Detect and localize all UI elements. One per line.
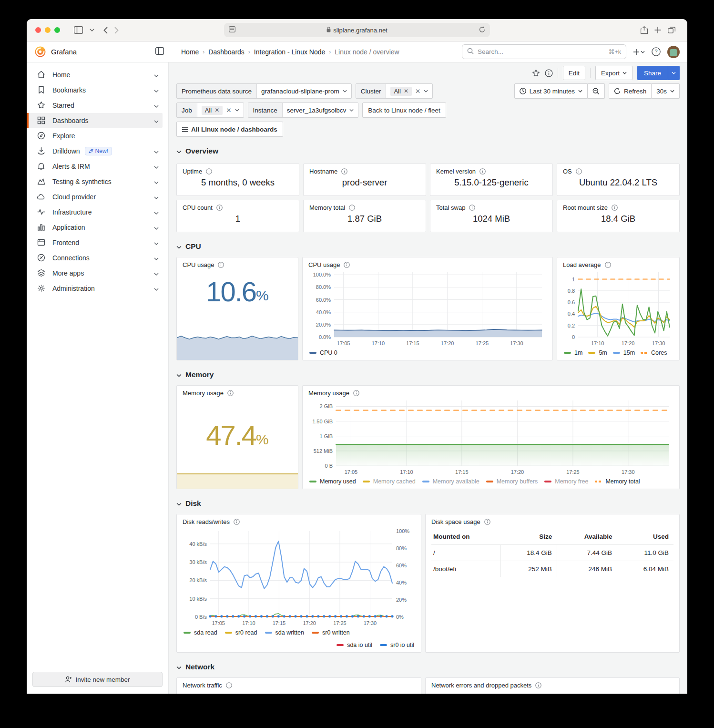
back-to-fleet-button[interactable]: Back to Linux node / fleet [362, 103, 446, 118]
breadcrumb-dashboards[interactable]: Dashboards [208, 48, 245, 56]
legend-cpu0[interactable]: CPU 0 [309, 349, 337, 356]
stat-cpu-count[interactable]: CPU count1 [176, 200, 299, 232]
legend-memory-used[interactable]: Memory used [309, 478, 356, 485]
col-size[interactable]: Size [500, 530, 557, 545]
remove-icon[interactable]: ✕ [404, 88, 408, 94]
chevron-down-icon[interactable] [154, 163, 159, 170]
info-icon[interactable] [605, 262, 611, 268]
grafana-brand[interactable]: Grafana [34, 46, 155, 58]
disk-reads-writes-panel[interactable]: Disk reads/writes 0 B/s10 kB/s20 kB/s30 … [176, 514, 421, 653]
new-tab-icon[interactable] [654, 27, 661, 33]
info-icon[interactable] [341, 168, 347, 174]
user-avatar[interactable] [667, 46, 680, 58]
share-button[interactable]: Share [637, 66, 668, 80]
cluster-filter[interactable]: Cluster All✕✕ [356, 83, 433, 99]
info-icon[interactable] [484, 519, 490, 525]
info-icon[interactable] [218, 262, 224, 268]
sidebar-item-testing-synthetics[interactable]: Testing & synthetics [32, 174, 163, 189]
back-button[interactable] [103, 27, 108, 34]
memory-usage-timeseries-panel[interactable]: Memory usage 0 B512 MiB1 GiB1.50 GiB2 Gi… [302, 385, 680, 489]
stat-kernel[interactable]: Kernel version5.15.0-125-generic [430, 164, 553, 196]
instance-filter[interactable]: Instance server_1a3ufgsoibcv [248, 103, 359, 118]
clear-icon[interactable]: ✕ [415, 87, 420, 95]
sidebar-item-bookmarks[interactable]: Bookmarks [32, 82, 163, 97]
cluster-chip[interactable]: All✕ [390, 87, 412, 96]
stat-os[interactable]: OSUbuntu 22.04.2 LTS [557, 164, 680, 196]
all-dashboards-button[interactable]: All Linux node / dashboards [176, 122, 283, 137]
job-filter[interactable]: Job All✕✕ [176, 103, 244, 118]
disk-reads-writes-chart[interactable]: 0 B/s10 kB/s20 kB/s30 kB/s40 kB/s17:0517… [183, 525, 415, 627]
share-icon[interactable] [641, 26, 648, 34]
reader-icon[interactable] [229, 26, 235, 34]
stat-total-swap[interactable]: Total swap1024 MiB [430, 200, 553, 232]
clear-icon[interactable]: ✕ [226, 106, 231, 114]
sidebar-item-more-apps[interactable]: More apps [32, 266, 163, 280]
remove-icon[interactable]: ✕ [214, 107, 219, 113]
legend-5m[interactable]: 5m [588, 349, 607, 356]
refresh-button[interactable]: Refresh [609, 83, 652, 99]
time-range-picker[interactable]: Last 30 minutes [514, 83, 588, 99]
cpu-usage-timeseries-panel[interactable]: CPU usage 0.0%20.0%40.0%60.0%80.0%100.0%… [302, 257, 553, 360]
info-icon[interactable] [576, 168, 582, 174]
info-icon[interactable] [353, 390, 359, 396]
search-input[interactable]: ⌘+k [462, 44, 626, 59]
network-traffic-panel[interactable]: Network traffic [176, 677, 421, 694]
address-bar[interactable]: sliplane.grafana.net [224, 23, 490, 37]
chevron-down-icon[interactable] [90, 29, 94, 31]
zoom-out-button[interactable] [588, 83, 605, 99]
toggle-sidebar-icon[interactable] [155, 47, 164, 57]
info-icon[interactable] [612, 205, 618, 211]
info-icon[interactable] [226, 682, 232, 688]
legend-sr0-written[interactable]: sr0 written [312, 629, 350, 636]
chevron-down-icon[interactable] [154, 239, 159, 246]
sidebar-item-application[interactable]: Application [32, 220, 163, 235]
info-icon[interactable] [479, 168, 486, 174]
chevron-down-icon[interactable] [154, 86, 159, 94]
chevron-down-icon[interactable] [154, 102, 159, 109]
legend-sr0-read[interactable]: sr0 read [225, 629, 257, 636]
info-icon[interactable] [469, 205, 475, 211]
legend-memory-available[interactable]: Memory available [422, 478, 479, 485]
network-errors-panel[interactable]: Network errors and dropped packets [425, 677, 680, 694]
sidebar-item-dashboards[interactable]: Dashboards [27, 113, 163, 128]
col-used[interactable]: Used [617, 530, 673, 545]
sidebar-item-alerts-irm[interactable]: Alerts & IRM [32, 159, 163, 174]
info-icon[interactable] [535, 682, 541, 688]
legend-sr0-io-util[interactable]: sr0 io util [380, 642, 414, 648]
close-window-button[interactable] [35, 27, 41, 33]
section-overview[interactable]: Overview [176, 144, 680, 158]
stat-uptime[interactable]: Uptime5 months, 0 weeks [176, 164, 299, 196]
invite-new-member-button[interactable]: Invite new member [32, 672, 163, 687]
chevron-down-icon[interactable] [154, 193, 159, 201]
section-disk[interactable]: Disk [176, 497, 680, 510]
col-available[interactable]: Available [557, 530, 617, 545]
col-mounted-on[interactable]: Mounted on [431, 530, 500, 545]
tab-overview-icon[interactable] [668, 27, 675, 33]
chevron-down-icon[interactable] [154, 254, 159, 262]
chevron-down-icon[interactable] [154, 178, 159, 185]
memory-usage-chart[interactable]: 0 B512 MiB1 GiB1.50 GiB2 GiB17:0517:1017… [308, 397, 673, 476]
sidebar-item-connections[interactable]: Connections [32, 250, 163, 265]
sidebar-item-home[interactable]: Home [32, 67, 163, 82]
sidebar-item-infrastructure[interactable]: Infrastructure [32, 205, 163, 219]
job-chip[interactable]: All✕ [202, 106, 223, 115]
memory-usage-stat-panel[interactable]: Memory usage 47.4% [176, 385, 298, 489]
info-icon[interactable] [216, 205, 223, 211]
chevron-down-icon[interactable] [154, 117, 159, 124]
legend-sda-read[interactable]: sda read [184, 629, 217, 636]
share-menu-button[interactable] [668, 66, 680, 80]
info-icon[interactable] [349, 205, 355, 211]
chevron-down-icon[interactable] [154, 208, 159, 216]
panel-info-icon[interactable] [545, 69, 553, 77]
legend-1m[interactable]: 1m [564, 349, 582, 356]
info-icon[interactable] [227, 390, 234, 396]
sidebar-item-explore[interactable]: Explore [32, 128, 163, 143]
legend-memory-total[interactable]: Memory total [595, 478, 640, 485]
add-new-button[interactable] [633, 49, 645, 55]
chevron-down-icon[interactable] [154, 147, 159, 155]
forward-button[interactable] [114, 27, 119, 34]
cpu-usage-chart[interactable]: 0.0%20.0%40.0%60.0%80.0%100.0%17:0517:10… [308, 268, 547, 348]
legend-15m[interactable]: 15m [613, 349, 635, 356]
load-average-chart[interactable]: 00.20.40.60.8117:1017:2017:30 [563, 268, 673, 348]
breadcrumb-integration[interactable]: Integration - Linux Node [254, 48, 325, 56]
